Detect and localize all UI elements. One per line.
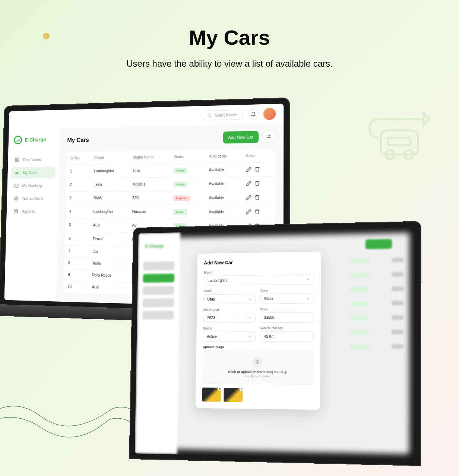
modal-title: Add New Car — [204, 258, 314, 266]
upload-dropzone[interactable]: Click to upload photo or drag and drop A… — [202, 350, 314, 385]
search-icon — [207, 113, 212, 118]
brand-value: Lamborghini — [208, 278, 227, 282]
cell-model: 520i — [129, 191, 169, 204]
sidebar-item-my-booking[interactable]: My Booking — [10, 180, 55, 191]
ev-car-icon — [362, 104, 437, 179]
cell-brand: Tesla — [91, 178, 129, 191]
nav-label: My Booking — [22, 183, 42, 188]
edit-icon[interactable] — [246, 194, 252, 200]
color-select[interactable]: Black — [260, 293, 314, 304]
image-thumbnails — [202, 387, 313, 403]
svg-point-12 — [268, 137, 269, 138]
thumbnail-2[interactable] — [224, 388, 243, 402]
upload-title: Upload image — [203, 345, 314, 349]
cell-brand: Ola — [90, 246, 128, 257]
search-placeholder: Search here — [215, 112, 238, 118]
edit-icon[interactable] — [246, 180, 252, 186]
color-value: Black — [264, 296, 273, 301]
brand: E-Charge — [12, 135, 56, 144]
cell-brand: Ferrari — [90, 232, 128, 245]
column-header: Status — [171, 150, 206, 162]
mileage-input[interactable]: 40 Km — [260, 331, 314, 342]
price-input[interactable]: $1500 — [260, 312, 314, 323]
cell-avail: Available — [206, 177, 242, 190]
car-icon — [15, 170, 19, 175]
column-header: Brand — [91, 152, 129, 164]
status-label: Status — [203, 326, 256, 330]
chevron-down-icon — [306, 296, 310, 300]
bell-icon — [251, 112, 256, 117]
trash-icon[interactable] — [254, 166, 261, 172]
cell-brand: Lamborghini — [91, 205, 129, 218]
trash-icon[interactable] — [254, 194, 260, 201]
column-header: Action — [243, 150, 274, 162]
page-title: My Cars — [0, 25, 459, 50]
sidebar-item-my-cars[interactable]: My Cars — [11, 166, 56, 178]
hero-section: My Cars Users have the ability to view a… — [0, 0, 459, 69]
brand-icon — [14, 136, 22, 144]
cell-brand: Audi — [90, 218, 129, 231]
sidebar-item-dashboard[interactable]: Dashboard — [11, 153, 56, 165]
edit-icon[interactable] — [246, 209, 252, 215]
cell-model: Huracan — [129, 205, 170, 218]
brand-blurred: E-Charge — [145, 244, 164, 249]
svg-rect-2 — [388, 138, 411, 145]
price-value: $1500 — [264, 315, 274, 320]
table-row: 3BMW520iIn ActiveAvailable — [67, 191, 274, 204]
svg-point-11 — [269, 135, 270, 136]
upload-text: Click to upload photo or drag and drop — [209, 370, 307, 374]
search-input[interactable]: Search here — [202, 110, 243, 120]
cell-no: 1 — [67, 164, 91, 177]
sidebar-item-transactions[interactable]: Transactions — [10, 193, 55, 204]
svg-rect-4 — [15, 158, 17, 159]
svg-rect-6 — [15, 160, 17, 162]
user-avatar[interactable] — [263, 108, 276, 120]
filter-button[interactable] — [263, 130, 275, 143]
cell-avail: Available — [206, 162, 242, 176]
thumbnail-1[interactable] — [202, 387, 221, 402]
brand-select[interactable]: Lamborghini — [203, 274, 314, 285]
cell-no: 10 — [65, 281, 89, 292]
cell-no: 6 — [66, 232, 89, 245]
nav-label: Transactions — [22, 196, 44, 201]
column-header: Model Name — [130, 151, 170, 163]
model-value: Uras — [207, 297, 215, 301]
upload-icon — [252, 357, 263, 367]
svg-rect-8 — [15, 184, 18, 187]
grid-icon — [15, 157, 19, 162]
status-select[interactable]: Active — [203, 331, 256, 342]
cell-no: 4 — [66, 205, 90, 218]
mileage-value: 40 Km — [264, 334, 275, 339]
svg-rect-7 — [18, 160, 19, 162]
cell-no: 3 — [67, 191, 90, 204]
decor-wave — [0, 364, 130, 476]
edit-icon[interactable] — [246, 166, 252, 172]
chevron-down-icon — [306, 277, 310, 281]
cell-no: 2 — [67, 178, 90, 191]
cell-model: Model s — [130, 177, 170, 191]
trash-icon[interactable] — [254, 180, 260, 187]
table-row: 1LamborghiniUrasActiveAvailable — [67, 162, 274, 177]
cell-no: 8 — [65, 257, 89, 269]
calendar-icon — [14, 183, 19, 188]
dollar-icon — [14, 196, 19, 201]
page-subtitle: Users have the ability to view a list of… — [0, 58, 459, 69]
model-select[interactable]: Uras — [203, 294, 256, 304]
chevron-down-icon — [248, 297, 252, 301]
notification-button[interactable] — [248, 109, 259, 120]
trash-icon[interactable] — [254, 209, 260, 215]
year-select[interactable]: 2023 — [203, 313, 256, 323]
cell-model: Uras — [130, 164, 170, 177]
cell-brand: Audi — [89, 281, 127, 293]
sidebar-item-reports[interactable]: Reports — [10, 206, 55, 217]
add-car-modal: Add New Car Brand Lamborghini Model Uras… — [196, 251, 321, 410]
cell-no: 5 — [66, 218, 89, 231]
cell-brand: BMW — [91, 191, 129, 204]
nav-label: My Cars — [22, 170, 37, 175]
status-badge: Active — [173, 168, 187, 173]
cell-avail: Available — [206, 205, 242, 218]
add-new-car-button[interactable]: Add New Car — [223, 131, 259, 143]
decor-dot — [43, 33, 50, 39]
status-badge: Active — [173, 181, 187, 187]
model-label: Model — [203, 289, 256, 293]
